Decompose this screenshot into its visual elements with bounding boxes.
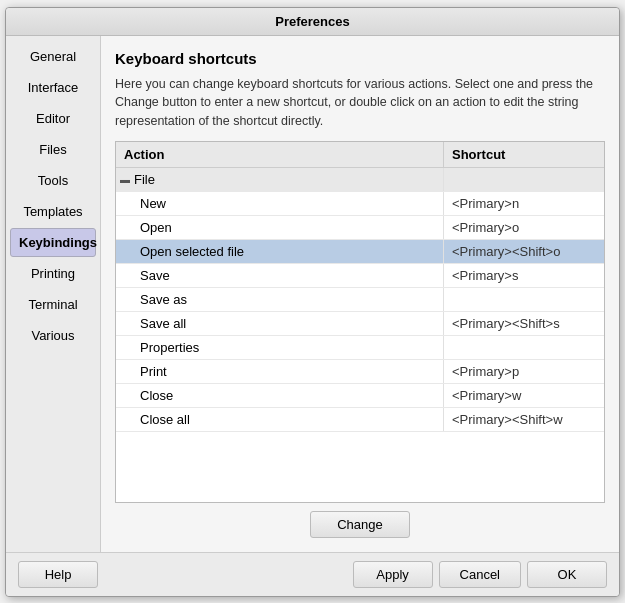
action-cell: Print [116, 360, 444, 383]
table-row[interactable]: Open selected file<Primary><Shift>o [116, 240, 604, 264]
table-row[interactable]: Open<Primary>o [116, 216, 604, 240]
action-cell: Close all [116, 408, 444, 431]
action-cell: Open selected file [116, 240, 444, 263]
sidebar-item-terminal[interactable]: Terminal [10, 290, 96, 319]
dialog-title: Preferences [6, 8, 619, 36]
shortcut-cell: <Primary>p [444, 360, 604, 383]
sidebar-item-templates[interactable]: Templates [10, 197, 96, 226]
shortcut-cell: <Primary>s [444, 264, 604, 287]
shortcut-cell: <Primary><Shift>w [444, 408, 604, 431]
apply-button[interactable]: Apply [353, 561, 433, 588]
table-row[interactable]: Properties [116, 336, 604, 360]
sidebar-item-editor[interactable]: Editor [10, 104, 96, 133]
shortcuts-table: Action Shortcut ▬FileNew<Primary>nOpen<P… [115, 141, 605, 503]
help-button[interactable]: Help [18, 561, 98, 588]
sidebar-item-files[interactable]: Files [10, 135, 96, 164]
sidebar: GeneralInterfaceEditorFilesToolsTemplate… [6, 36, 101, 552]
ok-button[interactable]: OK [527, 561, 607, 588]
action-cell: Close [116, 384, 444, 407]
group-name: File [134, 172, 155, 187]
shortcut-cell [444, 288, 604, 311]
sidebar-item-keybindings[interactable]: Keybindings [10, 228, 96, 257]
description-text: Here you can change keyboard shortcuts f… [115, 75, 605, 131]
action-cell: New [116, 192, 444, 215]
table-row[interactable]: Save all<Primary><Shift>s [116, 312, 604, 336]
shortcut-cell: <Primary>w [444, 384, 604, 407]
table-header: Action Shortcut [116, 142, 604, 168]
shortcut-cell: <Primary>o [444, 216, 604, 239]
section-title: Keyboard shortcuts [115, 50, 605, 67]
sidebar-item-tools[interactable]: Tools [10, 166, 96, 195]
table-body: ▬FileNew<Primary>nOpen<Primary>oOpen sel… [116, 168, 604, 502]
preferences-dialog: Preferences GeneralInterfaceEditorFilesT… [5, 7, 620, 597]
dialog-footer: Help Apply Cancel OK [6, 552, 619, 596]
shortcut-cell [444, 168, 604, 191]
sidebar-item-general[interactable]: General [10, 42, 96, 71]
shortcut-cell: <Primary><Shift>s [444, 312, 604, 335]
action-cell: Open [116, 216, 444, 239]
sidebar-item-interface[interactable]: Interface [10, 73, 96, 102]
shortcut-cell: <Primary>n [444, 192, 604, 215]
table-row[interactable]: Print<Primary>p [116, 360, 604, 384]
sidebar-item-printing[interactable]: Printing [10, 259, 96, 288]
change-button[interactable]: Change [310, 511, 410, 538]
change-row: Change [115, 503, 605, 542]
sidebar-item-various[interactable]: Various [10, 321, 96, 350]
table-row[interactable]: Save as [116, 288, 604, 312]
dialog-content: GeneralInterfaceEditorFilesToolsTemplate… [6, 36, 619, 552]
table-row[interactable]: Close<Primary>w [116, 384, 604, 408]
col-action-header: Action [116, 142, 444, 167]
col-shortcut-header: Shortcut [444, 142, 604, 167]
table-row[interactable]: ▬File [116, 168, 604, 192]
cancel-button[interactable]: Cancel [439, 561, 521, 588]
action-cell: Save all [116, 312, 444, 335]
action-cell: Save [116, 264, 444, 287]
footer-right-buttons: Apply Cancel OK [353, 561, 607, 588]
table-row[interactable]: New<Primary>n [116, 192, 604, 216]
table-row[interactable]: Close all<Primary><Shift>w [116, 408, 604, 432]
group-label: ▬File [116, 168, 444, 191]
action-cell: Save as [116, 288, 444, 311]
shortcut-cell [444, 336, 604, 359]
shortcut-cell: <Primary><Shift>o [444, 240, 604, 263]
action-cell: Properties [116, 336, 444, 359]
main-area: Keyboard shortcuts Here you can change k… [101, 36, 619, 552]
collapse-icon: ▬ [120, 174, 130, 185]
table-row[interactable]: Save<Primary>s [116, 264, 604, 288]
